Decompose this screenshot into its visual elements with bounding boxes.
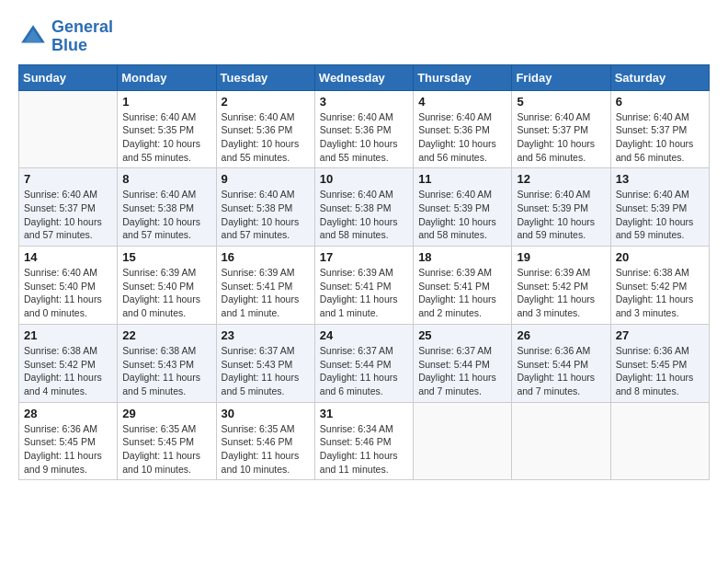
day-number: 29 [122, 407, 210, 420]
calendar-cell: 25Sunrise: 6:37 AMSunset: 5:44 PMDayligh… [414, 324, 512, 402]
day-number: 21 [24, 328, 112, 342]
calendar-cell: 18Sunrise: 6:39 AMSunset: 5:41 PMDayligh… [414, 247, 512, 325]
calendar-cell: 4Sunrise: 6:40 AMSunset: 5:36 PMDaylight… [414, 90, 512, 168]
calendar-week-row: 28Sunrise: 6:36 AMSunset: 5:45 PMDayligh… [19, 402, 710, 480]
day-number: 23 [222, 328, 310, 342]
day-info: Sunrise: 6:40 AMSunset: 5:39 PMDaylight:… [616, 188, 704, 242]
day-info: Sunrise: 6:40 AMSunset: 5:39 PMDaylight:… [418, 188, 506, 242]
day-number: 26 [517, 328, 605, 342]
day-number: 25 [418, 328, 506, 342]
logo-text: General Blue [51, 18, 113, 55]
calendar-cell: 2Sunrise: 6:40 AMSunset: 5:36 PMDaylight… [216, 90, 314, 168]
logo-icon [18, 22, 48, 52]
calendar-week-row: 21Sunrise: 6:38 AMSunset: 5:42 PMDayligh… [19, 324, 710, 402]
logo: General Blue [18, 18, 113, 55]
calendar-cell [610, 402, 709, 480]
day-info: Sunrise: 6:40 AMSunset: 5:39 PMDaylight:… [517, 188, 605, 242]
day-info: Sunrise: 6:40 AMSunset: 5:36 PMDaylight:… [320, 110, 408, 165]
day-of-week-header: Thursday [414, 64, 512, 90]
calendar-week-row: 1Sunrise: 6:40 AMSunset: 5:35 PMDaylight… [19, 90, 710, 168]
day-number: 14 [24, 250, 112, 264]
calendar-week-row: 14Sunrise: 6:40 AMSunset: 5:40 PMDayligh… [19, 247, 710, 325]
day-info: Sunrise: 6:40 AMSunset: 5:35 PMDaylight:… [122, 110, 210, 165]
day-info: Sunrise: 6:40 AMSunset: 5:36 PMDaylight:… [418, 110, 506, 165]
day-number: 22 [122, 328, 210, 342]
day-number: 28 [24, 407, 112, 420]
day-of-week-header: Monday [118, 64, 216, 90]
day-info: Sunrise: 6:38 AMSunset: 5:42 PMDaylight:… [616, 266, 704, 320]
day-number: 3 [320, 95, 408, 109]
calendar-cell [19, 90, 118, 168]
calendar-cell: 9Sunrise: 6:40 AMSunset: 5:38 PMDaylight… [216, 168, 314, 247]
day-number: 18 [418, 250, 506, 264]
day-number: 9 [222, 172, 310, 186]
day-of-week-header: Sunday [19, 64, 118, 90]
day-info: Sunrise: 6:34 AMSunset: 5:46 PMDaylight:… [320, 422, 408, 477]
calendar-cell: 5Sunrise: 6:40 AMSunset: 5:37 PMDaylight… [512, 90, 610, 168]
day-info: Sunrise: 6:35 AMSunset: 5:45 PMDaylight:… [122, 422, 210, 477]
day-number: 20 [616, 250, 704, 264]
calendar-cell: 31Sunrise: 6:34 AMSunset: 5:46 PMDayligh… [314, 402, 413, 480]
calendar-cell: 7Sunrise: 6:40 AMSunset: 5:37 PMDaylight… [19, 168, 118, 247]
day-number: 16 [222, 250, 310, 264]
calendar-cell: 27Sunrise: 6:36 AMSunset: 5:45 PMDayligh… [610, 324, 709, 402]
day-info: Sunrise: 6:40 AMSunset: 5:36 PMDaylight:… [222, 110, 310, 165]
day-info: Sunrise: 6:40 AMSunset: 5:40 PMDaylight:… [24, 266, 112, 320]
day-of-week-header: Saturday [610, 64, 709, 90]
page-header: General Blue [18, 18, 710, 55]
day-of-week-header: Wednesday [314, 64, 413, 90]
calendar-cell: 22Sunrise: 6:38 AMSunset: 5:43 PMDayligh… [118, 324, 216, 402]
day-number: 12 [517, 172, 605, 186]
calendar-cell: 23Sunrise: 6:37 AMSunset: 5:43 PMDayligh… [216, 324, 314, 402]
day-number: 24 [320, 328, 408, 342]
calendar-cell: 13Sunrise: 6:40 AMSunset: 5:39 PMDayligh… [610, 168, 709, 247]
day-info: Sunrise: 6:40 AMSunset: 5:37 PMDaylight:… [616, 110, 704, 165]
day-number: 8 [122, 172, 210, 186]
day-info: Sunrise: 6:39 AMSunset: 5:41 PMDaylight:… [320, 266, 408, 320]
day-info: Sunrise: 6:40 AMSunset: 5:38 PMDaylight:… [122, 188, 210, 242]
day-of-week-header: Tuesday [216, 64, 314, 90]
day-number: 2 [222, 95, 310, 109]
calendar-cell: 20Sunrise: 6:38 AMSunset: 5:42 PMDayligh… [610, 247, 709, 325]
calendar-cell [512, 402, 610, 480]
day-info: Sunrise: 6:35 AMSunset: 5:46 PMDaylight:… [222, 422, 310, 477]
calendar-cell: 8Sunrise: 6:40 AMSunset: 5:38 PMDaylight… [118, 168, 216, 247]
day-info: Sunrise: 6:39 AMSunset: 5:41 PMDaylight:… [222, 266, 310, 320]
day-number: 7 [24, 172, 112, 186]
day-number: 30 [222, 407, 310, 420]
calendar-cell: 19Sunrise: 6:39 AMSunset: 5:42 PMDayligh… [512, 247, 610, 325]
day-number: 15 [122, 250, 210, 264]
calendar-week-row: 7Sunrise: 6:40 AMSunset: 5:37 PMDaylight… [19, 168, 710, 247]
day-info: Sunrise: 6:37 AMSunset: 5:43 PMDaylight:… [222, 344, 310, 398]
day-of-week-header: Friday [512, 64, 610, 90]
day-number: 6 [616, 95, 704, 109]
calendar-cell [414, 402, 512, 480]
day-info: Sunrise: 6:39 AMSunset: 5:42 PMDaylight:… [517, 266, 605, 320]
calendar-cell: 29Sunrise: 6:35 AMSunset: 5:45 PMDayligh… [118, 402, 216, 480]
day-info: Sunrise: 6:36 AMSunset: 5:45 PMDaylight:… [24, 422, 112, 477]
calendar-cell: 11Sunrise: 6:40 AMSunset: 5:39 PMDayligh… [414, 168, 512, 247]
day-info: Sunrise: 6:36 AMSunset: 5:45 PMDaylight:… [616, 344, 704, 398]
day-number: 17 [320, 250, 408, 264]
day-info: Sunrise: 6:36 AMSunset: 5:44 PMDaylight:… [517, 344, 605, 398]
calendar-cell: 3Sunrise: 6:40 AMSunset: 5:36 PMDaylight… [314, 90, 413, 168]
day-info: Sunrise: 6:38 AMSunset: 5:43 PMDaylight:… [122, 344, 210, 398]
calendar-cell: 26Sunrise: 6:36 AMSunset: 5:44 PMDayligh… [512, 324, 610, 402]
day-info: Sunrise: 6:38 AMSunset: 5:42 PMDaylight:… [24, 344, 112, 398]
calendar-table: SundayMondayTuesdayWednesdayThursdayFrid… [18, 64, 710, 481]
calendar-cell: 6Sunrise: 6:40 AMSunset: 5:37 PMDaylight… [610, 90, 709, 168]
calendar-cell: 24Sunrise: 6:37 AMSunset: 5:44 PMDayligh… [314, 324, 413, 402]
day-info: Sunrise: 6:37 AMSunset: 5:44 PMDaylight:… [418, 344, 506, 398]
day-info: Sunrise: 6:40 AMSunset: 5:38 PMDaylight:… [222, 188, 310, 242]
calendar-cell: 12Sunrise: 6:40 AMSunset: 5:39 PMDayligh… [512, 168, 610, 247]
calendar-cell: 30Sunrise: 6:35 AMSunset: 5:46 PMDayligh… [216, 402, 314, 480]
day-number: 11 [418, 172, 506, 186]
calendar-header-row: SundayMondayTuesdayWednesdayThursdayFrid… [19, 64, 710, 90]
day-info: Sunrise: 6:39 AMSunset: 5:40 PMDaylight:… [122, 266, 210, 320]
calendar-cell: 28Sunrise: 6:36 AMSunset: 5:45 PMDayligh… [19, 402, 118, 480]
calendar-cell: 14Sunrise: 6:40 AMSunset: 5:40 PMDayligh… [19, 247, 118, 325]
day-number: 13 [616, 172, 704, 186]
calendar-cell: 1Sunrise: 6:40 AMSunset: 5:35 PMDaylight… [118, 90, 216, 168]
day-number: 31 [320, 407, 408, 420]
calendar-cell: 10Sunrise: 6:40 AMSunset: 5:38 PMDayligh… [314, 168, 413, 247]
